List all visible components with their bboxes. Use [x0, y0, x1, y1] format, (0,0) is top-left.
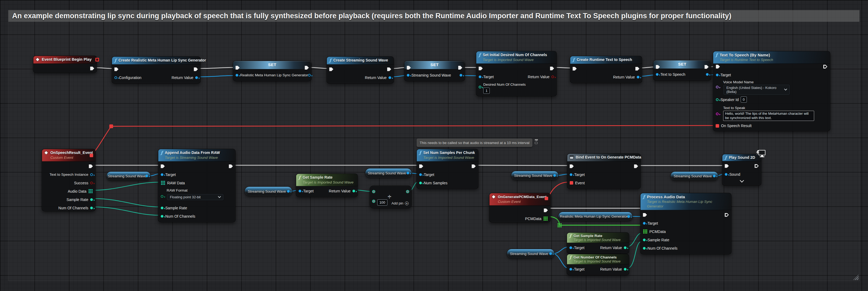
node-play-sound-2d[interactable]: ƒ Play Sound 2D Sound: [722, 154, 762, 186]
node-get-number-of-channels[interactable]: ƒ Get Number Of Channels Target is Impor…: [567, 254, 629, 275]
int-pin[interactable]: [716, 98, 719, 101]
node-create-streaming-sound-wave[interactable]: ƒ Create Streaming Sound Wave Return Val…: [327, 57, 394, 83]
int-pin[interactable]: [161, 215, 163, 218]
int-pin[interactable]: [419, 182, 422, 184]
pushpin-icon[interactable]: [535, 139, 538, 141]
pill-streaming-sound-wave[interactable]: Streaming Sound Wave: [365, 168, 412, 178]
delegate-pin[interactable]: [90, 154, 93, 157]
object-pin[interactable]: [145, 175, 148, 177]
int-pin[interactable]: [90, 198, 93, 201]
exec-out-pin[interactable]: [90, 67, 94, 70]
pill-streaming-sound-wave[interactable]: Streaming Sound Wave: [244, 186, 292, 196]
int-pin[interactable]: [624, 246, 626, 249]
pill-lipsync-generator[interactable]: Realistic Meta Human Lip Sync Generator: [558, 212, 633, 221]
exec-in-pin[interactable]: [161, 165, 165, 168]
object-pin[interactable]: [725, 173, 727, 176]
array-pin[interactable]: [161, 181, 165, 185]
node-create-runtime-tts[interactable]: ƒ Create Runtime Text to Speech Return V…: [570, 56, 642, 83]
node-append-audio-data-from-raw[interactable]: ƒ Append Audio Data From RAW Target is S…: [158, 149, 236, 222]
divisor-input[interactable]: 100: [377, 199, 388, 206]
exec-out-pin[interactable]: [472, 165, 476, 168]
exec-in-pin[interactable]: [115, 67, 119, 71]
voice-model-dropdown[interactable]: English (United States) - Kokoro (Bella): [723, 84, 790, 95]
node-event-blueprint-begin-play[interactable]: Event Blueprint Begin Play: [33, 56, 97, 73]
exec-out-pin[interactable]: [725, 213, 729, 217]
reroute-node-red[interactable]: [109, 124, 113, 128]
add-pin-button[interactable]: Add pin +: [392, 201, 409, 205]
node-divide[interactable]: 100 ÷ Add pin +: [370, 186, 412, 208]
exec-out-pin[interactable]: [544, 209, 548, 212]
expand-chevron-icon[interactable]: [740, 178, 744, 182]
int-pin[interactable]: [161, 207, 163, 209]
exec-out-pin[interactable]: [194, 67, 198, 71]
object-pin[interactable]: [656, 73, 658, 76]
int-pin[interactable]: [643, 247, 646, 250]
object-pin[interactable]: [569, 246, 572, 249]
node-set-lipsync-generator[interactable]: SET Realistic Meta Human Lip Sync Genera…: [233, 61, 311, 81]
string-pin[interactable]: [716, 113, 719, 115]
object-pin[interactable]: [637, 76, 640, 78]
node-bind-event-to-on-generate-pcmdata[interactable]: Bind Event to On Generate PCMData Target…: [567, 153, 641, 189]
object-pin[interactable]: [479, 75, 482, 78]
delegate-pin[interactable]: [545, 197, 548, 200]
node-get-sample-rate[interactable]: ƒ Get Sample Rate Target is Imported Sou…: [296, 174, 358, 197]
exec-in-pin[interactable]: [329, 67, 333, 71]
int-pin[interactable]: [90, 207, 93, 209]
object-pin[interactable]: [407, 74, 409, 77]
object-pin[interactable]: [90, 173, 93, 176]
exec-out-pin[interactable]: [755, 164, 759, 168]
object-pin[interactable]: [419, 173, 422, 176]
object-pin[interactable]: [407, 172, 409, 174]
delegate-pin[interactable]: [716, 124, 719, 128]
note-bubble[interactable]: This needs to be called so that audio is…: [417, 139, 532, 147]
int-pin[interactable]: [624, 268, 626, 270]
desired-channels-input[interactable]: 1: [483, 87, 490, 94]
object-pin[interactable]: [389, 76, 391, 79]
node-set-streaming-sound-wave[interactable]: SET Streaming Sound Wave: [404, 61, 465, 81]
exec-in-pin[interactable]: [479, 67, 483, 70]
object-pin[interactable]: [236, 74, 238, 77]
object-pin[interactable]: [716, 74, 719, 76]
object-pin[interactable]: [287, 190, 290, 193]
node-set-text-to-speech[interactable]: SET Text to Speech: [653, 60, 711, 81]
exec-out-pin[interactable]: [636, 67, 640, 71]
exec-out-pin[interactable]: [387, 67, 391, 71]
pill-streaming-sound-wave[interactable]: Streaming Sound Wave: [507, 249, 555, 258]
exec-out-pin[interactable]: [823, 65, 827, 69]
object-pin[interactable]: [549, 252, 552, 255]
object-pin[interactable]: [706, 73, 709, 76]
node-set-initial-desired-num-channels[interactable]: ƒ Set Initial Desired Num Of Channels Ta…: [476, 51, 557, 96]
delegate-pin[interactable]: [570, 181, 573, 185]
raw-format-dropdown[interactable]: Floating point 32-bit: [167, 194, 224, 201]
blueprint-graph[interactable]: An example demonstrating lip sync during…: [0, 0, 868, 291]
node-create-lipsync-generator[interactable]: ƒ Create Realistic Meta Human Lip Sync G…: [112, 57, 200, 83]
array-pin[interactable]: [643, 229, 648, 234]
object-pin[interactable]: [299, 190, 301, 192]
array-pin[interactable]: [88, 189, 93, 193]
object-pin[interactable]: [553, 174, 556, 177]
pill-streaming-sound-wave[interactable]: Streaming Sound Wave: [106, 172, 151, 181]
object-pin[interactable]: [195, 76, 198, 79]
text-to-speak-input[interactable]: Hello, world! The lips of the MetaHuman …: [723, 111, 814, 121]
exec-in-pin[interactable]: [570, 165, 574, 168]
node-set-num-samples-per-chunk[interactable]: ƒ Set Num Samples Per Chunk Target is Im…: [416, 149, 478, 189]
exec-in-pin[interactable]: [643, 213, 647, 217]
exec-in-pin[interactable]: [419, 165, 423, 168]
object-pin[interactable]: [460, 74, 462, 77]
node-get-sample-rate-2[interactable]: ƒ Get Sample Rate Target is Imported Sou…: [567, 232, 629, 254]
node-text-to-speech-by-name[interactable]: ƒ Text To Speech (By Name) Target is Run…: [713, 51, 830, 131]
object-pin[interactable]: [115, 76, 117, 79]
name-pin[interactable]: [716, 86, 719, 88]
node-process-audio-data[interactable]: ƒ Process Audio Data Target is Realistic…: [640, 193, 732, 254]
int-pin[interactable]: [352, 190, 355, 192]
object-pin[interactable]: [569, 268, 572, 270]
exec-out-pin[interactable]: [89, 165, 93, 168]
exec-in-pin[interactable]: [572, 67, 577, 71]
exec-out-pin[interactable]: [229, 165, 233, 168]
object-pin[interactable]: [570, 173, 572, 176]
speaker-id-input[interactable]: 0: [741, 97, 747, 103]
exec-in-pin[interactable]: [725, 164, 729, 168]
bool-pin[interactable]: [551, 75, 554, 78]
exec-out-pin[interactable]: [634, 165, 638, 168]
exec-in-pin[interactable]: [716, 65, 720, 69]
